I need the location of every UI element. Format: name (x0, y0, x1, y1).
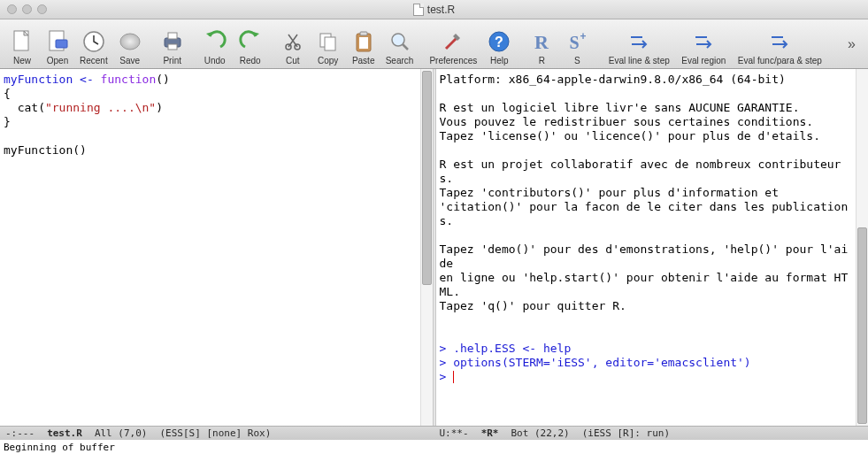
toolbar-label: Undo (204, 56, 226, 65)
modeline-buffer-name: test.R (47, 427, 82, 439)
r-console[interactable]: Platform: x86_64-apple-darwin9.8.0/x86_6… (436, 69, 856, 426)
window-controls (0, 4, 47, 14)
paste-button[interactable]: Paste (347, 21, 380, 67)
code-string: "running ....\n" (45, 101, 156, 114)
arrow-func-icon (766, 28, 793, 55)
code-text: cat( (4, 101, 45, 114)
redo-button[interactable]: Redo (234, 21, 267, 67)
modeline-left[interactable]: -:--- test.R All (7,0) (ESS[S] [none] Ro… (0, 426, 434, 440)
redo-icon (237, 28, 264, 55)
toolbar-label: Eval line & step (609, 56, 670, 65)
code-text: ) (156, 101, 163, 114)
text-cursor (453, 371, 454, 383)
code-identifier: myFunction (4, 73, 73, 86)
toolbar-label: Eval func/para & step (738, 56, 822, 65)
toolbar-label: Open (47, 56, 68, 65)
modelines: -:--- test.R All (7,0) (ESS[S] [none] Ro… (0, 426, 868, 440)
console-line: Tapez 'q()' pour quitter R. (440, 299, 626, 312)
toolbar-overflow-button[interactable]: » (841, 36, 863, 52)
copy-icon (315, 28, 342, 55)
undo-button[interactable]: Undo (198, 21, 232, 67)
toolbar-label: Copy (318, 56, 338, 65)
copy-button[interactable]: Copy (311, 21, 345, 67)
scrollbar-thumb[interactable] (857, 227, 867, 424)
console-line: Tapez 'contributors()' pour plus d'infor… (440, 186, 780, 199)
modeline-modes: (ESS[S] [none] Rox) (159, 427, 271, 439)
toolbar-label: New (13, 56, 31, 65)
help-button[interactable]: ? Help (482, 21, 516, 67)
arrow-region-icon (690, 28, 717, 55)
minimize-window-button[interactable] (22, 4, 32, 14)
recent-button[interactable]: Recent (76, 21, 111, 67)
modeline-flags: -:--- (5, 427, 35, 439)
modeline-modes: (iESS [R]: run) (582, 427, 670, 439)
toolbar-label: Print (163, 56, 181, 65)
screwdriver-icon (440, 28, 466, 55)
svg-text:S: S (570, 33, 580, 52)
console-prompt-line: > .help.ESS <- help (440, 342, 572, 355)
close-window-button[interactable] (7, 4, 17, 14)
open-button[interactable]: Open (41, 21, 74, 67)
search-button[interactable]: Search (382, 21, 418, 67)
svg-rect-11 (325, 37, 335, 50)
console-line: 'citation()' pour la facon de le citer d… (440, 200, 849, 227)
console-line: R est un logiciel libre livr'e sans AUCU… (440, 101, 800, 114)
toolbar-label: Paste (352, 56, 375, 65)
eval-func-step-button[interactable]: Eval func/para & step (732, 21, 827, 67)
toolbar-label: Recent (80, 56, 108, 65)
eval-region-button[interactable]: Eval region (677, 21, 730, 67)
titlebar: test.R (0, 0, 868, 19)
window-title: test.R (0, 4, 868, 16)
svg-rect-6 (168, 33, 177, 39)
toolbar: New Open Recent Save Print Undo Redo Cut… (0, 19, 868, 69)
toolbar-label: Cut (286, 56, 300, 65)
right-pane: Platform: x86_64-apple-darwin9.8.0/x86_6… (436, 69, 869, 426)
toolbar-label: Help (490, 56, 509, 65)
r-lang-button[interactable]: R R (525, 21, 558, 67)
eval-line-step-button[interactable]: Eval line & step (603, 21, 675, 67)
svg-rect-13 (360, 32, 367, 35)
modeline-right[interactable]: U:**- *R* Bot (22,2) (iESS [R]: run) (434, 426, 869, 440)
svg-point-4 (120, 34, 140, 50)
new-file-icon (9, 28, 35, 55)
svg-text:+: + (580, 30, 587, 42)
source-editor[interactable]: myFunction <- function() { cat("running … (0, 69, 420, 426)
help-icon: ? (486, 28, 512, 55)
toolbar-label: Search (386, 56, 414, 65)
svg-rect-2 (56, 40, 67, 48)
disk-icon (117, 28, 143, 55)
svg-text:R: R (534, 31, 549, 53)
toolbar-label: S (574, 56, 580, 65)
svg-text:?: ? (495, 35, 503, 50)
toolbar-label: Eval region (681, 56, 726, 65)
toolbar-label: R (539, 56, 545, 65)
clipboard-icon (350, 28, 377, 55)
save-button[interactable]: Save (113, 21, 147, 67)
scrollbar-thumb[interactable] (422, 71, 432, 285)
scissors-icon (280, 28, 306, 55)
s-lang-button[interactable]: S+ S (560, 21, 594, 67)
s-plus-icon: S+ (564, 28, 590, 55)
console-line: Tapez 'license()' ou 'licence()' pour pl… (440, 129, 820, 142)
console-line: Vous pouvez le redistribuer sous certain… (440, 115, 814, 128)
cut-button[interactable]: Cut (276, 21, 310, 67)
arrow-right-icon (626, 28, 652, 55)
svg-rect-7 (168, 44, 177, 50)
modeline-buffer-name: *R* (481, 427, 499, 439)
undo-icon (202, 28, 228, 55)
preferences-button[interactable]: Preferences (426, 21, 480, 67)
scrollbar-left[interactable] (420, 69, 433, 426)
console-line: Tapez 'demo()' pour des d'emonstrations,… (440, 242, 849, 270)
left-pane: myFunction <- function() { cat("running … (0, 69, 433, 426)
zoom-window-button[interactable] (37, 4, 47, 14)
code-operator: <- (73, 73, 100, 86)
print-button[interactable]: Print (156, 21, 189, 67)
echo-area: Beginning of buffer (0, 440, 868, 454)
new-button[interactable]: New (5, 21, 39, 67)
code-text: } (4, 115, 11, 128)
svg-point-15 (392, 34, 404, 46)
r-letter-icon: R (528, 28, 555, 55)
document-icon (413, 4, 424, 16)
scrollbar-right[interactable] (856, 69, 868, 426)
toolbar-label: Save (119, 56, 140, 65)
